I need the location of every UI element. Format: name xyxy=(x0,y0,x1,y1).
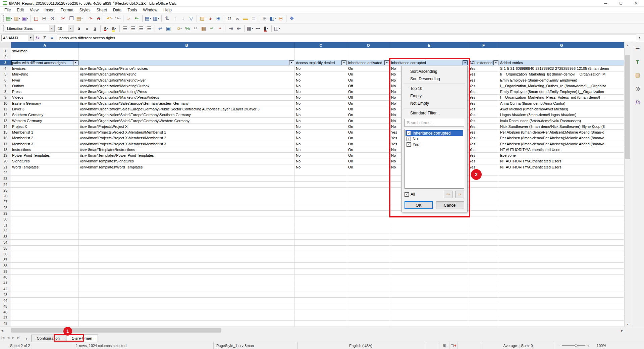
cell-D42[interactable] xyxy=(347,286,390,292)
cell-C36[interactable] xyxy=(295,251,347,257)
cell-E36[interactable] xyxy=(390,251,468,257)
cell-F23[interactable] xyxy=(468,176,499,182)
cell-B19[interactable]: \\srv-8man\Templates\Power Point Templat… xyxy=(79,153,295,158)
cell-G40[interactable] xyxy=(499,275,624,280)
cell-B11[interactable]: \\srv-8man\Organization\Sales\Europe\Ger… xyxy=(79,106,295,112)
cell-B37[interactable] xyxy=(79,257,295,263)
cell-E40[interactable] xyxy=(390,275,468,280)
cell-E33[interactable] xyxy=(390,234,468,240)
sort-ascending-button[interactable]: ↑ xyxy=(171,14,179,22)
cell-B34[interactable] xyxy=(79,240,295,245)
cell-D4[interactable]: On xyxy=(347,66,390,71)
cell-F38[interactable] xyxy=(468,263,499,268)
cell-D47[interactable] xyxy=(347,315,390,321)
ok-button[interactable]: OK xyxy=(405,201,433,209)
cell-B33[interactable] xyxy=(79,234,295,240)
cell-C38[interactable] xyxy=(295,263,347,268)
cell-A37[interactable] xyxy=(11,257,79,263)
cell-C30[interactable] xyxy=(295,216,347,222)
cell-C40[interactable] xyxy=(295,275,347,280)
cell-F42[interactable] xyxy=(468,286,499,292)
row-header-1[interactable]: 1 xyxy=(0,48,11,54)
zoom-out-icon[interactable]: − xyxy=(558,344,560,348)
row-header-21[interactable]: 21 xyxy=(0,164,11,170)
select-all-corner[interactable] xyxy=(0,42,11,48)
cell-B1[interactable] xyxy=(79,48,295,54)
cell-F1[interactable] xyxy=(468,48,499,54)
font-size-combo[interactable]: 10 ▼ xyxy=(56,25,73,32)
row-header-34[interactable]: 34 xyxy=(0,240,11,245)
cell-G45[interactable] xyxy=(499,303,624,309)
row-header-31[interactable]: 31 xyxy=(0,222,11,228)
cell-E41[interactable] xyxy=(390,280,468,286)
cell-A27[interactable] xyxy=(11,199,79,205)
cell-E45[interactable] xyxy=(390,303,468,309)
row-header-11[interactable]: 11 xyxy=(0,106,11,112)
row-header-26[interactable]: 26 xyxy=(0,193,11,199)
cell-A11[interactable]: Layer 3 xyxy=(11,106,79,112)
cell-A47[interactable] xyxy=(11,315,79,321)
autosum-icon[interactable]: Σ xyxy=(41,35,48,40)
cell-G9[interactable]: l__Organization_Marketing_Press_Videos_m… xyxy=(499,95,624,100)
cell-E43[interactable] xyxy=(390,292,468,298)
cell-G21[interactable]: NT AUTHORITY\Authenticated Users xyxy=(499,164,624,170)
increase-indent-button[interactable]: ⇥ xyxy=(227,24,235,33)
cell-D23[interactable] xyxy=(347,176,390,182)
find-and-replace-button[interactable]: ⌕ xyxy=(125,14,133,22)
cell-F26[interactable] xyxy=(468,193,499,199)
cell-A14[interactable]: Project X xyxy=(11,124,79,130)
cell-A13[interactable]: Western Germany xyxy=(11,118,79,123)
cell-F46[interactable] xyxy=(468,309,499,315)
cell-A2[interactable] xyxy=(11,54,79,60)
row-header-20[interactable]: 20 xyxy=(0,158,11,164)
cell-G15[interactable]: Per Abelsen (8man-demo\Per Abelsen);Mela… xyxy=(499,130,624,135)
cell-D13[interactable]: On xyxy=(347,118,390,123)
cell-C18[interactable]: No xyxy=(295,147,347,153)
cell-F47[interactable] xyxy=(468,315,499,321)
menu-format[interactable]: Format xyxy=(58,7,76,13)
close-button[interactable]: ✕ xyxy=(629,0,644,6)
cell-D35[interactable] xyxy=(347,246,390,251)
cell-G11[interactable]: Awet Michael (8man-demo\Awet Michael) xyxy=(499,106,624,112)
cell-D32[interactable] xyxy=(347,228,390,234)
column-header-A[interactable]: A xyxy=(11,42,79,48)
cell-D22[interactable] xyxy=(347,170,390,176)
cell-G6[interactable]: Emily Employee (8man-demo\Emily Employee… xyxy=(499,77,624,83)
row-header-6[interactable]: 6 xyxy=(0,77,11,83)
cell-E46[interactable] xyxy=(390,309,468,315)
cell-D30[interactable] xyxy=(347,216,390,222)
cell-D40[interactable] xyxy=(347,275,390,280)
cell-A15[interactable]: Memberlist 1 xyxy=(11,130,79,135)
gallery-icon[interactable]: ▨ xyxy=(635,72,640,78)
cell-D31[interactable] xyxy=(347,222,390,228)
cell-D24[interactable] xyxy=(347,182,390,187)
cell-G27[interactable] xyxy=(499,199,624,205)
cell-A9[interactable]: Videos xyxy=(11,95,79,100)
zoom-slider[interactable]: − + xyxy=(555,342,592,349)
cell-B16[interactable]: \\srv-8man\Projects\Project X\Members\Me… xyxy=(79,135,295,141)
cell-D17[interactable]: On xyxy=(347,141,390,147)
insert-image-button[interactable]: ▨ xyxy=(198,14,206,22)
sheet-tab-configuration[interactable]: Configuration xyxy=(31,335,65,342)
cell-G28[interactable] xyxy=(499,205,624,211)
cell-C29[interactable] xyxy=(295,211,347,216)
align-center-button[interactable]: ☰ xyxy=(129,24,137,33)
align-left-button[interactable]: ☰ xyxy=(121,24,129,33)
cell-B13[interactable]: \\srv-8man\Organization\Sales\Europe\Ger… xyxy=(79,118,295,123)
scroll-up-icon[interactable]: ▲ xyxy=(625,42,631,48)
cell-F31[interactable] xyxy=(468,222,499,228)
cell-B36[interactable] xyxy=(79,251,295,257)
cell-A10[interactable]: Eastern Germany xyxy=(11,101,79,106)
cell-B30[interactable] xyxy=(79,216,295,222)
menu-sheet[interactable]: Sheet xyxy=(94,7,110,13)
cell-B26[interactable] xyxy=(79,193,295,199)
row-header-45[interactable]: 45 xyxy=(0,303,11,309)
cell-D6[interactable]: On xyxy=(347,77,390,83)
formula-input-line[interactable]: paths with different access rights xyxy=(57,35,636,41)
row-header-41[interactable]: 41 xyxy=(0,280,11,286)
cell-B25[interactable] xyxy=(79,188,295,193)
cell-B45[interactable] xyxy=(79,303,295,309)
cell-D16[interactable]: On xyxy=(347,135,390,141)
horizontal-scrollbar[interactable]: ◀ ▶ xyxy=(0,327,644,334)
headers-and-footers-button[interactable]: ≣ xyxy=(250,14,258,22)
